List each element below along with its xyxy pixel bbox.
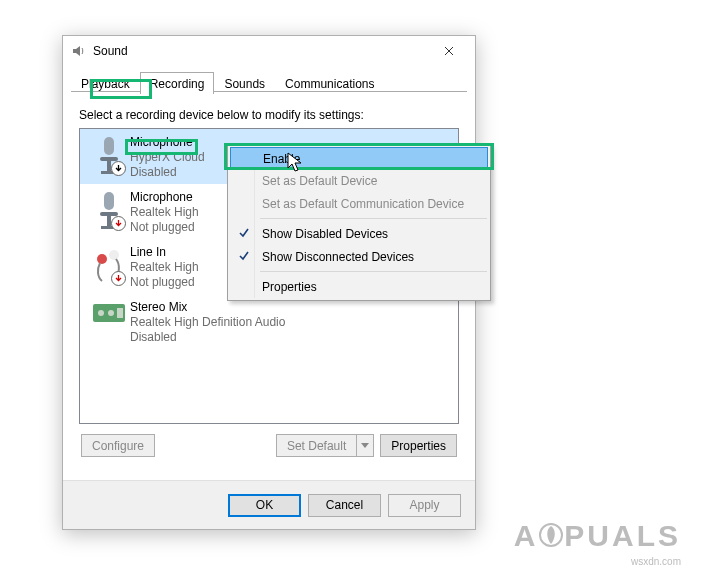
svg-rect-0	[104, 137, 114, 155]
context-menu: Enable Set as Default Device Set as Defa…	[227, 145, 491, 301]
svg-rect-4	[104, 192, 114, 210]
apply-button[interactable]: Apply	[388, 494, 461, 517]
device-driver: Realtek High Definition Audio	[130, 315, 452, 330]
menu-set-default: Set as Default Device	[230, 169, 488, 192]
check-icon	[238, 227, 250, 242]
menu-properties[interactable]: Properties	[230, 275, 488, 298]
instruction-text: Select a recording device below to modif…	[79, 108, 459, 122]
svg-point-9	[109, 250, 119, 260]
titlebar: Sound	[63, 36, 475, 66]
unplugged-badge-icon	[111, 271, 126, 286]
watermark-site: wsxdn.com	[631, 556, 681, 567]
dialog-button-row: OK Cancel Apply	[63, 480, 475, 529]
speaker-icon	[71, 43, 87, 59]
svg-rect-13	[117, 308, 123, 318]
menu-show-disabled[interactable]: Show Disabled Devices	[230, 222, 488, 245]
svg-point-11	[98, 310, 104, 316]
menu-separator	[260, 271, 487, 272]
window-title: Sound	[93, 44, 426, 58]
menu-separator	[260, 218, 487, 219]
sound-card-icon	[88, 300, 130, 343]
ok-button[interactable]: OK	[228, 494, 301, 517]
menu-label: Show Disconnected Devices	[262, 250, 414, 264]
check-icon	[238, 250, 250, 265]
unplugged-badge-icon	[111, 216, 126, 231]
cancel-button[interactable]: Cancel	[308, 494, 381, 517]
menu-label: Show Disabled Devices	[262, 227, 388, 241]
svg-point-12	[108, 310, 114, 316]
tab-underline	[71, 91, 467, 92]
down-arrow-badge-icon	[111, 161, 126, 176]
set-default-dropdown[interactable]	[356, 434, 374, 457]
close-button[interactable]	[426, 37, 471, 65]
set-default-button[interactable]: Set Default	[276, 434, 357, 457]
microphone-icon	[88, 135, 130, 178]
device-status: Disabled	[130, 330, 452, 345]
tab-recording[interactable]: Recording	[140, 72, 215, 94]
properties-button[interactable]: Properties	[380, 434, 457, 457]
menu-enable[interactable]: Enable	[230, 147, 488, 170]
device-name: Stereo Mix	[130, 300, 452, 315]
list-footer: Configure Set Default Properties	[79, 434, 459, 457]
microphone-icon	[88, 190, 130, 233]
tab-strip: Playback Recording Sounds Communications	[63, 66, 475, 94]
configure-button[interactable]: Configure	[81, 434, 155, 457]
svg-point-8	[97, 254, 107, 264]
chevron-down-icon	[361, 443, 369, 448]
line-in-icon	[88, 245, 130, 288]
watermark-brand: APUALS	[514, 519, 681, 555]
menu-show-disconnected[interactable]: Show Disconnected Devices	[230, 245, 488, 268]
device-row-stereo-mix[interactable]: Stereo Mix Realtek High Definition Audio…	[80, 294, 458, 349]
leaf-icon	[538, 521, 564, 555]
menu-set-comm: Set as Default Communication Device	[230, 192, 488, 215]
cursor-icon	[287, 152, 304, 178]
